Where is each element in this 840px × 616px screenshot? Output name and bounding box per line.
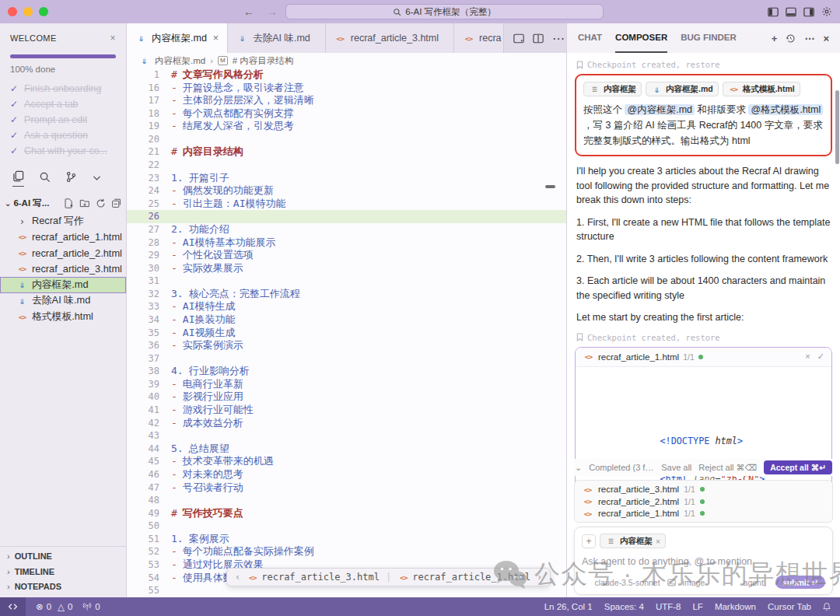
editor-line[interactable]: 26 [127, 210, 566, 223]
next-file-icon[interactable]: › [537, 572, 542, 583]
status-item[interactable]: Spaces: 4 [604, 602, 644, 611]
context-chip[interactable]: 内容框架 × [600, 534, 666, 548]
editor-line[interactable]: 18 -每个观点都配有实例支撑 [127, 107, 566, 121]
editor-line[interactable]: 42 -成本效益分析 [127, 417, 566, 430]
editor-line[interactable]: 37 [127, 352, 566, 366]
changed-file-row[interactable]: recraf_article_2.html 1/1 [582, 497, 825, 506]
editor-line[interactable]: 36 -实际案例演示 [127, 339, 566, 352]
pill-file-left[interactable]: recraf_article_3.html [247, 572, 380, 583]
toggle-bottom-panel-icon[interactable] [786, 7, 796, 17]
editor-tab[interactable]: recraf_article_3.html [326, 23, 454, 53]
file-tree-item[interactable]: recraf_article_1.html [0, 229, 126, 246]
close-panel-icon[interactable]: × [823, 33, 829, 44]
editor-line[interactable]: 44 5.总结展望 [127, 443, 566, 456]
image-icon[interactable] [667, 579, 676, 586]
reject-file-icon[interactable]: × [805, 352, 810, 362]
search-icon[interactable] [39, 171, 51, 187]
problems-indicator[interactable]: ⊗0 △0 [36, 601, 72, 612]
new-folder-icon[interactable] [79, 198, 90, 208]
toggle-right-sidebar-icon[interactable] [803, 7, 814, 17]
checklist-item[interactable]: ✓ Finish onboarding [10, 83, 116, 94]
forward-icon[interactable]: → [267, 5, 278, 18]
editor-line[interactable]: 32 3.核心亮点：完整工作流程 [127, 288, 566, 301]
file-tree-item[interactable]: 格式模板.html [0, 309, 126, 325]
history-icon[interactable] [786, 33, 796, 44]
explorer-section-header[interactable]: ⌄ 6-AI 写... [0, 191, 126, 211]
status-item[interactable]: LF [692, 602, 702, 611]
editor-line[interactable]: 24 -偶然发现的功能更新 [127, 184, 566, 198]
editor-line[interactable]: 46 -对未来的思考 [127, 468, 566, 481]
editor-line[interactable]: 16 -开篇设悬念，吸引读者注意 [127, 82, 566, 95]
panel-scrollbar[interactable] [835, 90, 839, 164]
changed-file-row[interactable]: recraf_article_1.html 1/1 [582, 509, 825, 518]
checklist-item[interactable]: ✓ Ask a question [10, 130, 116, 141]
reject-all-button[interactable]: Reject all ⌘⌫ [698, 463, 757, 473]
checkpoint-row[interactable]: Checkpoint created, restore [576, 60, 831, 69]
refresh-icon[interactable] [96, 198, 106, 208]
editor-line[interactable]: 39 -电商行业革新 [127, 378, 566, 391]
editor-line[interactable]: 20 [127, 133, 566, 146]
editor-line[interactable]: 35 -AI视频生成 [127, 327, 566, 340]
remote-indicator[interactable] [0, 597, 26, 616]
minimize-window-button[interactable] [23, 7, 33, 16]
file-tree-item[interactable]: recraf_article_3.html [0, 261, 126, 278]
code-card-filename[interactable]: recraf_article_1.html [598, 352, 679, 362]
prev-file-icon[interactable]: ‹ [235, 572, 240, 583]
settings-gear-icon[interactable] [821, 6, 832, 17]
editor-line[interactable]: 38 4.行业影响分析 [127, 365, 566, 378]
status-item[interactable]: UTF-8 [656, 602, 681, 611]
status-item[interactable]: Ln 26, Col 1 [544, 602, 593, 611]
panel-tab[interactable]: COMPOSER [615, 23, 667, 53]
status-item[interactable]: Markdown [715, 602, 756, 611]
editor-line[interactable]: 25 -引出主题：AI模特功能 [127, 198, 566, 211]
save-all-button[interactable]: Save all [661, 463, 691, 472]
editor-line[interactable]: 29 -个性化设置选项 [127, 249, 566, 262]
notifications-bell-icon[interactable] [822, 602, 831, 611]
sidebar-section[interactable]: › OUTLINE [0, 549, 126, 565]
ports-indicator[interactable]: 0 [82, 602, 100, 611]
editor-line[interactable]: 30 -实际效果展示 [127, 262, 566, 275]
editor-line[interactable]: 52 -每个功能点配备实际操作案例 [127, 545, 566, 558]
source-control-icon[interactable] [65, 171, 77, 187]
agent-mode-toggle[interactable]: agent [744, 578, 764, 587]
accept-file-icon[interactable]: ✓ [817, 352, 824, 362]
editor-line[interactable]: 28 -AI模特基本功能展示 [127, 236, 566, 250]
remove-chip-icon[interactable]: × [656, 537, 660, 546]
command-search-bar[interactable]: 6-AI 写作框架（完整） [285, 4, 604, 19]
file-tree-item[interactable]: Recraf 写作 [0, 213, 126, 229]
maximize-window-button[interactable] [39, 7, 48, 16]
editor-line[interactable]: 33 -AI模特生成 [127, 300, 566, 313]
editor-line[interactable]: 22 [127, 159, 566, 172]
new-chat-icon[interactable]: + [772, 33, 778, 44]
editor-line[interactable]: 47 -号召读者行动 [127, 481, 566, 495]
file-tree-item[interactable]: recraf_article_2.html [0, 245, 126, 261]
editor-tab[interactable]: 内容框架.md × [127, 23, 228, 53]
editor-line[interactable]: 51 1.案例展示 [127, 533, 566, 546]
breadcrumb-section[interactable]: # 内容目录结构 [233, 55, 294, 67]
chevron-down-icon[interactable] [92, 173, 102, 187]
model-selector[interactable]: claude-3.5-sonnet [595, 578, 660, 587]
open-changes-icon[interactable] [513, 33, 524, 44]
editor-line[interactable]: 49 #写作技巧要点 [127, 507, 566, 520]
panel-tab[interactable]: BUG FINDER [681, 23, 737, 53]
editor-line[interactable]: 1 #文章写作风格分析 [127, 68, 566, 82]
accept-all-button[interactable]: Accept all ⌘↵ [764, 460, 832, 474]
collapse-icon[interactable]: ⌄ [575, 463, 582, 473]
add-context-button[interactable]: + [582, 534, 596, 548]
close-tab-icon[interactable]: × [213, 33, 219, 44]
collapse-all-icon[interactable] [111, 198, 121, 208]
toggle-left-sidebar-icon[interactable] [768, 7, 779, 17]
image-label[interactable]: image [683, 578, 705, 587]
editor-content[interactable]: 1 #文章写作风格分析 16 -开篇设悬念，吸引读者注意 17 -主体部分层层深… [127, 68, 566, 597]
status-item[interactable]: Cursor Tab [768, 602, 811, 611]
editor-line[interactable]: 27 2.功能介绍 [127, 223, 566, 236]
editor-tab[interactable]: recra [454, 23, 504, 53]
scrollbar-thumb[interactable] [545, 185, 555, 188]
input-placeholder[interactable]: Ask agent to do anything, @ to mention [582, 556, 825, 567]
close-window-button[interactable] [8, 7, 17, 16]
editor-line[interactable]: 31 [127, 275, 566, 288]
breadcrumb[interactable]: 内容框架.md › # 内容目录结构 [127, 53, 566, 68]
editor-line[interactable]: 43 [127, 429, 566, 443]
checklist-item[interactable]: ✓ Accept a tab [10, 99, 116, 110]
editor-line[interactable]: 50 [127, 520, 566, 533]
